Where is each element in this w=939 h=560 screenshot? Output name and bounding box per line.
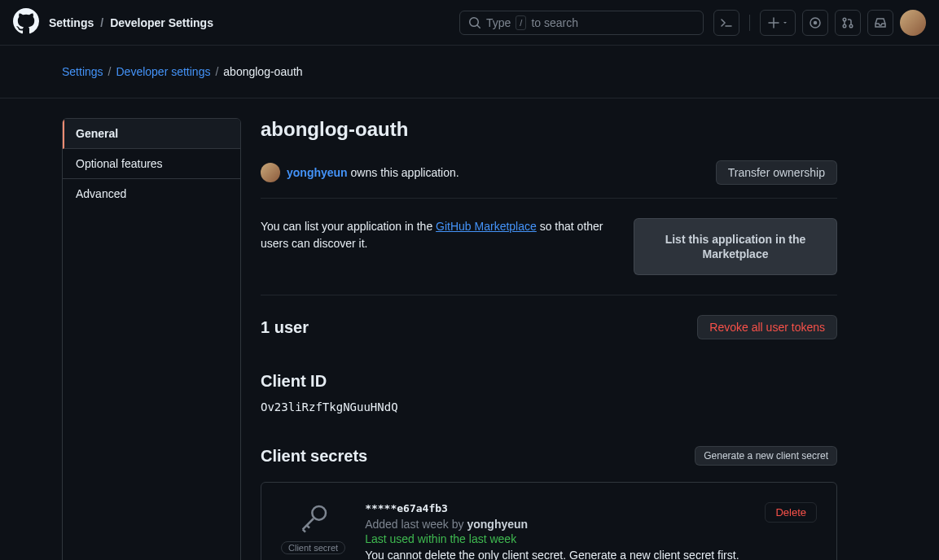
search-placeholder-post: to search <box>531 16 578 29</box>
global-header: Settings / Developer Settings Type / to … <box>0 0 939 46</box>
owner-suffix: owns this application. <box>348 166 459 179</box>
sidenav: General Optional features Advanced <box>62 118 241 560</box>
secrets-header: Client secrets Generate a new client sec… <box>261 446 837 466</box>
github-logo-icon[interactable] <box>13 8 39 37</box>
breadcrumb-settings[interactable]: Settings <box>62 65 103 78</box>
create-new-button[interactable] <box>760 10 796 36</box>
revoke-tokens-button[interactable]: Revoke all user tokens <box>697 315 837 339</box>
secret-icon-wrap: Client secret <box>281 502 345 554</box>
sidenav-item-optional-features[interactable]: Optional features <box>63 149 240 179</box>
main-content: abonglog-oauth yonghyeun owns this appli… <box>261 118 863 560</box>
owner-info: yonghyeun owns this application. <box>261 163 459 182</box>
owner-row: yonghyeun owns this application. Transfe… <box>261 160 837 199</box>
owner-avatar[interactable] <box>261 163 280 182</box>
svg-point-4 <box>849 24 853 28</box>
secret-added-pre: Added last week by <box>365 518 467 531</box>
separator: / <box>100 16 103 29</box>
breadcrumbs: Settings / Developer settings / abonglog… <box>0 46 939 98</box>
client-secrets-heading: Client secrets <box>261 447 367 466</box>
svg-point-2 <box>843 18 846 21</box>
sidenav-item-general[interactable]: General <box>63 119 240 149</box>
delete-secret-button[interactable]: Delete <box>765 502 817 523</box>
secret-warn: You cannot delete the only client secret… <box>365 549 745 560</box>
header-title: Settings / Developer Settings <box>49 16 213 29</box>
breadcrumb-current: abonglog-oauth <box>223 65 302 78</box>
marketplace-text: You can list your application in the Git… <box>261 218 621 252</box>
client-id-value: Ov23liRzfTkgNGuuHNdQ <box>261 400 837 413</box>
svg-point-1 <box>814 21 817 24</box>
generate-secret-button[interactable]: Generate a new client secret <box>695 446 837 466</box>
secret-body: *****e67a4fb3 Added last week by yonghye… <box>365 502 745 560</box>
secret-box: Client secret *****e67a4fb3 Added last w… <box>261 482 837 560</box>
secret-added: Added last week by yonghyeun <box>365 518 745 531</box>
header-title-secondary[interactable]: Developer Settings <box>110 16 213 29</box>
user-avatar[interactable] <box>900 10 926 36</box>
command-palette-icon[interactable] <box>713 10 739 36</box>
svg-point-5 <box>312 506 326 520</box>
secret-badge: Client secret <box>281 541 345 554</box>
marketplace-link[interactable]: GitHub Marketplace <box>436 220 537 233</box>
svg-point-3 <box>843 24 846 28</box>
breadcrumb-developer-settings[interactable]: Developer settings <box>116 65 210 78</box>
key-icon <box>297 502 330 535</box>
issues-icon[interactable] <box>802 10 828 36</box>
transfer-ownership-button[interactable]: Transfer ownership <box>716 160 837 185</box>
marketplace-row: You can list your application in the Git… <box>261 218 837 295</box>
owner-text: yonghyeun owns this application. <box>287 166 459 179</box>
users-count: 1 user <box>261 318 309 337</box>
header-title-primary[interactable]: Settings <box>49 16 94 29</box>
separator: / <box>108 65 112 78</box>
marketplace-text-pre: You can list your application in the <box>261 220 436 233</box>
client-id-heading: Client ID <box>261 372 837 391</box>
sidenav-item-advanced[interactable]: Advanced <box>63 179 240 208</box>
secret-hash: *****e67a4fb3 <box>365 502 745 514</box>
main-container: General Optional features Advanced abong… <box>0 98 939 560</box>
search-placeholder-pre: Type <box>486 16 511 29</box>
divider <box>749 15 750 31</box>
pull-requests-icon[interactable] <box>835 10 861 36</box>
list-marketplace-button[interactable]: List this application in the Marketplace <box>634 218 837 275</box>
app-title: abonglog-oauth <box>261 118 837 141</box>
header-actions <box>713 10 926 36</box>
separator: / <box>215 65 218 78</box>
secret-last-used: Last used within the last week <box>365 532 745 545</box>
search-kbd: / <box>516 15 526 30</box>
secret-added-by: yonghyeun <box>467 518 528 531</box>
inbox-icon[interactable] <box>867 10 893 36</box>
search-input[interactable]: Type / to search <box>459 11 704 35</box>
users-row: 1 user Revoke all user tokens <box>261 315 837 339</box>
owner-link[interactable]: yonghyeun <box>287 166 348 179</box>
